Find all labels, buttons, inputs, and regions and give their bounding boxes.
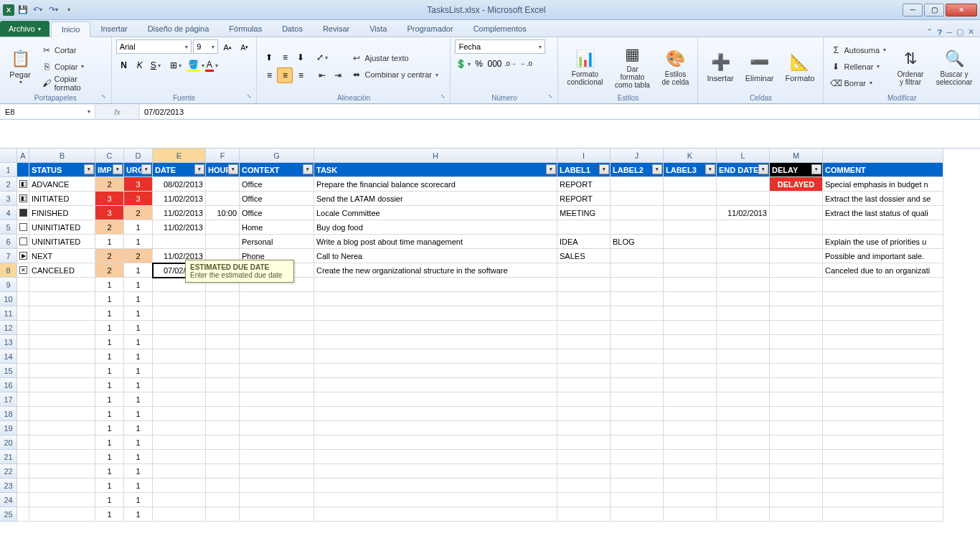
cell[interactable]	[153, 493, 206, 507]
filter-arrow[interactable]: ▾	[303, 164, 313, 174]
cell-status-icon[interactable]: ✕	[17, 263, 29, 278]
cell[interactable]	[314, 335, 557, 349]
cell[interactable]	[770, 392, 823, 407]
row-header-24[interactable]: 24	[0, 493, 17, 507]
cell[interactable]	[664, 450, 717, 464]
cell-urg[interactable]: 1	[124, 278, 153, 292]
tab-programador[interactable]: Programador	[397, 21, 463, 37]
orientation-button[interactable]: ⤢▾	[314, 50, 330, 65]
header-hour[interactable]: HOUR▾	[206, 163, 240, 177]
cell-delay[interactable]: DELAYED	[770, 177, 823, 192]
cell[interactable]	[206, 479, 240, 493]
cell-label2[interactable]	[611, 206, 664, 220]
row-header-6[interactable]: 6	[0, 235, 17, 249]
tab-vista[interactable]: Vista	[359, 21, 397, 37]
cell[interactable]	[206, 392, 240, 407]
cell[interactable]	[664, 464, 717, 479]
cell[interactable]	[17, 464, 29, 479]
cell[interactable]	[717, 335, 770, 349]
row-header-13[interactable]: 13	[0, 335, 17, 349]
cell[interactable]	[557, 507, 611, 522]
header-delay[interactable]: DELAY▾	[770, 163, 823, 177]
delete-button[interactable]: ➖Eliminar	[741, 43, 778, 90]
cell[interactable]	[153, 292, 206, 306]
col-header-E[interactable]: E	[153, 149, 206, 163]
row-header-15[interactable]: 15	[0, 364, 17, 378]
cell[interactable]	[153, 335, 206, 349]
cell[interactable]	[29, 450, 95, 464]
cell-urg[interactable]: 1	[124, 335, 153, 349]
dialog-launcher[interactable]: ⤡	[438, 93, 447, 102]
filter-arrow[interactable]: ▾	[652, 164, 662, 174]
qat-save-button[interactable]: 💾	[16, 3, 30, 17]
cell-imp[interactable]: 3	[95, 192, 124, 206]
cell[interactable]	[611, 335, 664, 349]
filter-arrow[interactable]: ▾	[811, 164, 821, 174]
increase-font-button[interactable]: A▴	[220, 39, 235, 55]
header-date[interactable]: DATE▾	[153, 163, 206, 177]
cell[interactable]	[664, 278, 717, 292]
cell[interactable]	[557, 364, 611, 378]
cell-label2[interactable]	[611, 177, 664, 192]
header-end date[interactable]: END DATE▾	[717, 163, 770, 177]
cell-context[interactable]: Personal	[240, 235, 314, 249]
cell-urg[interactable]: 1	[124, 464, 153, 479]
cell[interactable]	[206, 321, 240, 335]
borders-button[interactable]: ⊞▾	[168, 57, 184, 73]
cell[interactable]	[557, 378, 611, 392]
col-header-C[interactable]: C	[95, 149, 124, 163]
cell-label2[interactable]: BLOG	[611, 235, 664, 249]
filter-arrow[interactable]: ▾	[113, 164, 123, 174]
cell-status-icon[interactable]	[17, 206, 29, 220]
cell-imp[interactable]: 1	[95, 450, 124, 464]
bold-button[interactable]: N	[116, 57, 132, 73]
workbook-minimize-icon[interactable]: ─	[946, 28, 952, 37]
cell[interactable]	[240, 479, 314, 493]
cell[interactable]	[240, 306, 314, 321]
number-format-combo[interactable]: Fecha▾	[455, 39, 545, 54]
tab-revisar[interactable]: Revisar	[313, 21, 359, 37]
tab-diseno[interactable]: Diseño de página	[138, 21, 220, 37]
cell-imp[interactable]: 1	[95, 435, 124, 450]
cell-imp[interactable]: 1	[95, 335, 124, 349]
cell[interactable]	[206, 364, 240, 378]
cell-status[interactable]: ADVANCE	[29, 177, 95, 192]
cell[interactable]	[314, 421, 557, 435]
cell-label1[interactable]: REPORT	[557, 192, 611, 206]
row-header-4[interactable]: 4	[0, 206, 17, 220]
cell[interactable]	[17, 349, 29, 364]
filter-arrow[interactable]: ▾	[194, 164, 204, 174]
cell[interactable]	[611, 321, 664, 335]
cell-label1[interactable]	[557, 220, 611, 235]
align-left-button[interactable]: ≡	[261, 67, 277, 83]
cell-label3[interactable]	[664, 263, 717, 278]
row-header-12[interactable]: 12	[0, 321, 17, 335]
cell-imp[interactable]: 1	[95, 349, 124, 364]
row-header-21[interactable]: 21	[0, 450, 17, 464]
cell[interactable]	[153, 378, 206, 392]
cell-urg[interactable]: 1	[124, 407, 153, 421]
cell-enddate[interactable]: 11/02/2013	[717, 206, 770, 220]
fill-color-button[interactable]: 🪣▾	[188, 57, 204, 73]
cell-enddate[interactable]	[717, 235, 770, 249]
cell[interactable]	[29, 306, 95, 321]
cell[interactable]	[557, 407, 611, 421]
cell-comment[interactable]: Special emphasis in budget n	[823, 177, 943, 192]
cell-status[interactable]: CANCELED	[29, 263, 95, 278]
header-task[interactable]: TASK▾	[314, 163, 557, 177]
filter-arrow[interactable]: ▾	[141, 164, 151, 174]
window-close-button[interactable]: ✕	[946, 4, 977, 17]
cell-context[interactable]: Office	[240, 192, 314, 206]
cell-label3[interactable]	[664, 206, 717, 220]
cell[interactable]	[611, 421, 664, 435]
cell[interactable]	[664, 479, 717, 493]
col-header-J[interactable]: J	[611, 149, 664, 163]
cell[interactable]	[17, 278, 29, 292]
col-header-L[interactable]: L	[717, 149, 770, 163]
cell[interactable]	[314, 349, 557, 364]
cell[interactable]	[557, 464, 611, 479]
cell-imp[interactable]: 1	[95, 235, 124, 249]
cell[interactable]	[314, 464, 557, 479]
cell[interactable]	[770, 407, 823, 421]
cell[interactable]	[770, 450, 823, 464]
